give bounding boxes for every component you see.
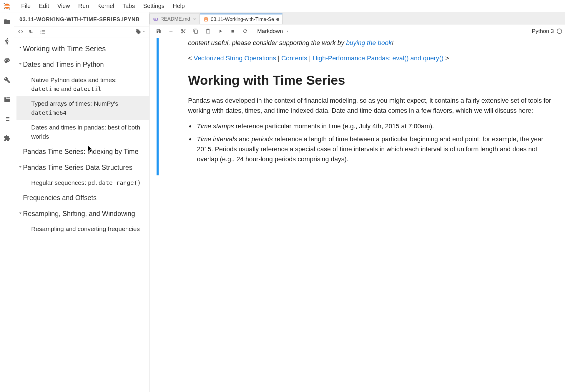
toc-entry-label: Dates and times in pandas: best of both … xyxy=(31,123,145,141)
intro-paragraph: Pandas was developed in the context of f… xyxy=(188,96,553,116)
cell-type-label: Markdown xyxy=(257,28,283,34)
toc-entry-2[interactable]: Native Python dates and times: datetime … xyxy=(16,73,149,97)
work-area: MREADME.md03.11-Working-with-Time-Se Mar… xyxy=(149,12,565,392)
svg-point-2 xyxy=(4,8,5,9)
toc-entry-5[interactable]: Pandas Time Series: Indexing by Time xyxy=(16,144,149,160)
jupyter-logo-icon xyxy=(3,2,11,10)
copy-button[interactable] xyxy=(190,26,202,37)
list-icon[interactable] xyxy=(4,115,11,122)
wrench-icon[interactable] xyxy=(4,77,11,84)
menubar: FileEditViewRunKernelTabsSettingsHelp xyxy=(0,0,565,12)
toc-entry-label: Pandas Time Series Data Structures xyxy=(23,163,132,172)
toc-entry-0[interactable]: Working with Time Series xyxy=(16,40,149,57)
dirty-indicator-icon xyxy=(276,18,279,21)
add-cell-button[interactable] xyxy=(165,26,177,37)
svg-text:M↓: M↓ xyxy=(29,30,33,34)
toc-entry-label: Native Python dates and times: datetime … xyxy=(31,76,145,94)
markdown-icon[interactable]: M↓ xyxy=(29,29,35,35)
extension-icon[interactable] xyxy=(4,135,11,142)
chevron-down-icon xyxy=(285,29,290,33)
tabbar: MREADME.md03.11-Working-with-Time-Se xyxy=(149,12,565,24)
nav-contents-link[interactable]: Contents xyxy=(281,54,307,62)
toc-entry-3[interactable]: Typed arrays of times: NumPy's datetime6… xyxy=(16,96,149,120)
toc-entry-6[interactable]: Pandas Time Series Data Structures xyxy=(16,160,149,175)
toc-entry-label: Typed arrays of times: NumPy's datetime6… xyxy=(31,99,145,117)
menu-edit[interactable]: Edit xyxy=(35,1,53,11)
restart-button[interactable] xyxy=(239,26,251,37)
notebook[interactable]: content useful, please consider supporti… xyxy=(149,38,565,392)
folder-icon[interactable] xyxy=(4,18,11,25)
toc-entry-label: Resampling and converting frequencies xyxy=(31,225,140,233)
kernel-status-icon xyxy=(557,29,562,34)
tabs-icon[interactable] xyxy=(4,96,11,103)
toc-entry-9[interactable]: Resampling, Shifting, and Windowing xyxy=(16,206,149,222)
interrupt-button[interactable] xyxy=(227,26,239,37)
svg-rect-7 xyxy=(205,18,207,19)
notebook-file-icon xyxy=(204,17,208,22)
tab-label: 03.11-Working-with-Time-Se xyxy=(211,16,274,22)
markdown-file-icon: M xyxy=(153,17,158,21)
tab-ts[interactable]: 03.11-Working-with-Time-Se xyxy=(200,14,282,24)
nav-prev-link[interactable]: Vectorized String Operations xyxy=(194,54,276,62)
caret-down-icon xyxy=(18,61,23,67)
toc-toolbar: M↓ xyxy=(14,26,149,37)
markdown-cell[interactable]: content useful, please consider supporti… xyxy=(149,38,565,175)
run-button[interactable] xyxy=(214,26,227,37)
toc-entry-label: Working with Time Series xyxy=(23,43,106,54)
toc-entry-label: Resampling, Shifting, and Windowing xyxy=(23,209,135,219)
caret-down-icon xyxy=(18,45,23,50)
cut-button[interactable] xyxy=(177,26,190,37)
tag-icon[interactable] xyxy=(135,29,141,35)
toc-panel: 03.11-WORKING-WITH-TIME-SERIES.IPYNB M↓ … xyxy=(14,12,149,392)
toc-entry-8[interactable]: Frequencies and Offsets xyxy=(16,190,149,206)
toc-entry-label: Regular sequences: pd.date_range() xyxy=(31,178,141,187)
menu-kernel[interactable]: Kernel xyxy=(93,1,118,11)
save-button[interactable] xyxy=(152,26,165,37)
toc-entry-label: Dates and Times in Python xyxy=(23,60,104,69)
notebook-toolbar: Markdown Python 3 xyxy=(149,24,565,38)
buy-book-link[interactable]: buying the book xyxy=(346,39,392,46)
svg-point-1 xyxy=(9,8,10,9)
nav-next-link[interactable]: High-Performance Pandas: eval() and quer… xyxy=(313,54,443,62)
svg-point-0 xyxy=(4,3,5,4)
caret-down-icon xyxy=(18,164,23,170)
tab-readme[interactable]: MREADME.md xyxy=(149,14,200,24)
numbered-list-icon[interactable] xyxy=(40,29,46,35)
menu-run[interactable]: Run xyxy=(74,1,93,11)
tab-label: README.md xyxy=(160,16,190,22)
kernel-name[interactable]: Python 3 xyxy=(532,28,554,34)
notebook-heading: Working with Time Series xyxy=(188,70,553,90)
caret-down-icon xyxy=(18,210,23,216)
code-icon[interactable] xyxy=(18,29,24,35)
menu-file[interactable]: File xyxy=(17,1,35,11)
svg-text:M: M xyxy=(154,18,156,20)
close-icon[interactable] xyxy=(192,17,197,21)
menu-settings[interactable]: Settings xyxy=(139,1,168,11)
running-icon[interactable] xyxy=(4,38,11,45)
menu-tabs[interactable]: Tabs xyxy=(118,1,139,11)
toc-entry-label: Frequencies and Offsets xyxy=(23,193,97,203)
activity-bar xyxy=(0,12,14,392)
palette-icon[interactable] xyxy=(4,57,11,64)
toc-entry-4[interactable]: Dates and times in pandas: best of both … xyxy=(16,120,149,144)
svg-rect-8 xyxy=(205,19,207,19)
menu-view[interactable]: View xyxy=(53,1,74,11)
toc-title: 03.11-WORKING-WITH-TIME-SERIES.IPYNB xyxy=(19,16,144,23)
menu-help[interactable]: Help xyxy=(169,1,189,11)
caret-down-icon[interactable] xyxy=(142,30,146,34)
toc-entry-7[interactable]: Regular sequences: pd.date_range() xyxy=(16,175,149,190)
bullet-list: Time stamps reference particular moments… xyxy=(195,121,553,164)
toc-entry-10[interactable]: Resampling and converting frequencies xyxy=(16,222,149,236)
toc-list: Working with Time SeriesDates and Times … xyxy=(14,37,149,392)
cell-selection-bar xyxy=(157,38,159,175)
cell-type-select[interactable]: Markdown xyxy=(255,27,292,36)
toc-entry-1[interactable]: Dates and Times in Python xyxy=(16,57,149,72)
paste-button[interactable] xyxy=(202,26,214,37)
toc-entry-label: Pandas Time Series: Indexing by Time xyxy=(23,147,138,157)
